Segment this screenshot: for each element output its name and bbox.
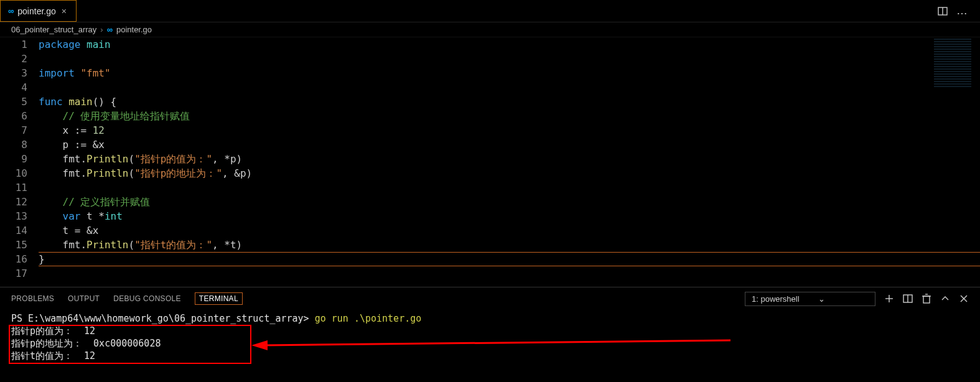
line-number: 6: [0, 109, 27, 123]
chevron-down-icon: ⌄: [818, 294, 825, 304]
code-line[interactable]: fmt.Println("指针p的地址为：", &p): [39, 166, 980, 180]
code-line[interactable]: [39, 52, 980, 66]
terminal-output-line: 指针p的值为： 12: [11, 325, 969, 337]
line-number: 10: [0, 166, 27, 180]
code-line[interactable]: x := 12: [39, 123, 980, 137]
code-line[interactable]: [39, 80, 980, 95]
go-file-icon: ∞: [107, 25, 113, 34]
breadcrumb[interactable]: 06_pointer_struct_array › ∞ pointer.go: [0, 22, 980, 37]
tabs-container: ∞ pointer.go ×: [0, 0, 77, 22]
line-number: 4: [0, 80, 27, 95]
go-file-icon: ∞: [8, 6, 14, 16]
code-line[interactable]: t = &x: [39, 223, 980, 238]
line-number: 15: [0, 238, 27, 252]
code-line[interactable]: package main: [39, 37, 980, 52]
code-line[interactable]: fmt.Println("指针t的值为：", *t): [39, 238, 980, 252]
bottom-panel: PROBLEMS OUTPUT DEBUG CONSOLE TERMINAL 1…: [0, 287, 980, 365]
breadcrumb-file[interactable]: pointer.go: [116, 25, 152, 34]
tab-filename: pointer.go: [17, 6, 56, 16]
line-number: 9: [0, 152, 27, 166]
code-line[interactable]: fmt.Println("指针p的值为：", *p): [39, 152, 980, 166]
line-number: 3: [0, 66, 27, 80]
code-line[interactable]: func main() {: [39, 95, 980, 109]
line-number: 14: [0, 223, 27, 238]
code-line[interactable]: // 定义指针并赋值: [39, 195, 980, 209]
tab-debug-console[interactable]: DEBUG CONSOLE: [113, 294, 181, 303]
code-line[interactable]: p := &x: [39, 137, 980, 152]
line-number: 1: [0, 37, 27, 52]
code-line[interactable]: // 使用变量地址给指针赋值: [39, 109, 980, 123]
code-line[interactable]: [39, 180, 980, 195]
code-line[interactable]: var t *int: [39, 209, 980, 223]
terminal-line: PS E:\wamp64\www\homework_go\06_pointer_…: [11, 312, 969, 325]
tab-terminal[interactable]: TERMINAL: [195, 292, 243, 305]
terminal-selector-dropdown[interactable]: 1: powershell ⌄: [745, 292, 875, 306]
line-number: 13: [0, 209, 27, 223]
new-terminal-icon[interactable]: [884, 294, 894, 304]
close-panel-icon[interactable]: [959, 294, 969, 304]
code-line[interactable]: [39, 266, 980, 281]
split-terminal-icon[interactable]: [903, 294, 913, 304]
tab-output[interactable]: OUTPUT: [68, 294, 100, 303]
code-editor[interactable]: 1234567891011121314151617 package mainim…: [0, 37, 980, 281]
terminal-output-line: 指针t的值为： 12: [11, 350, 969, 362]
kill-terminal-icon[interactable]: [922, 294, 931, 304]
file-tab-pointer-go[interactable]: ∞ pointer.go ×: [0, 0, 77, 22]
line-number: 7: [0, 123, 27, 137]
terminal-content[interactable]: PS E:\wamp64\www\homework_go\06_pointer_…: [0, 310, 980, 365]
line-number: 5: [0, 95, 27, 109]
breadcrumb-folder[interactable]: 06_pointer_struct_array: [11, 25, 96, 34]
code-area[interactable]: package mainimport "fmt"func main() { //…: [39, 37, 980, 281]
breadcrumb-separator: ›: [100, 25, 103, 34]
line-number: 2: [0, 52, 27, 66]
terminal-selector-value: 1: powershell: [752, 294, 800, 304]
tab-bar: ∞ pointer.go × …: [0, 0, 980, 22]
line-number: 12: [0, 195, 27, 209]
minimap[interactable]: [934, 37, 971, 87]
code-line[interactable]: import "fmt": [39, 66, 980, 80]
line-number: 8: [0, 137, 27, 152]
panel-tab-bar: PROBLEMS OUTPUT DEBUG CONSOLE TERMINAL 1…: [0, 287, 980, 310]
svg-rect-6: [923, 296, 930, 303]
maximize-panel-icon[interactable]: [940, 294, 950, 304]
terminal-output-line: 指针p的地址为： 0xc000006028: [11, 337, 969, 350]
line-number: 16: [0, 252, 27, 266]
tab-problems[interactable]: PROBLEMS: [11, 294, 54, 303]
close-tab-icon[interactable]: ×: [60, 6, 68, 16]
line-number: 17: [0, 266, 27, 281]
line-number-gutter: 1234567891011121314151617: [0, 37, 39, 281]
split-editor-icon[interactable]: [938, 6, 948, 16]
line-number: 11: [0, 180, 27, 195]
more-actions-icon[interactable]: …: [956, 4, 969, 17]
code-line[interactable]: }: [39, 252, 980, 266]
editor-actions: …: [938, 4, 980, 17]
